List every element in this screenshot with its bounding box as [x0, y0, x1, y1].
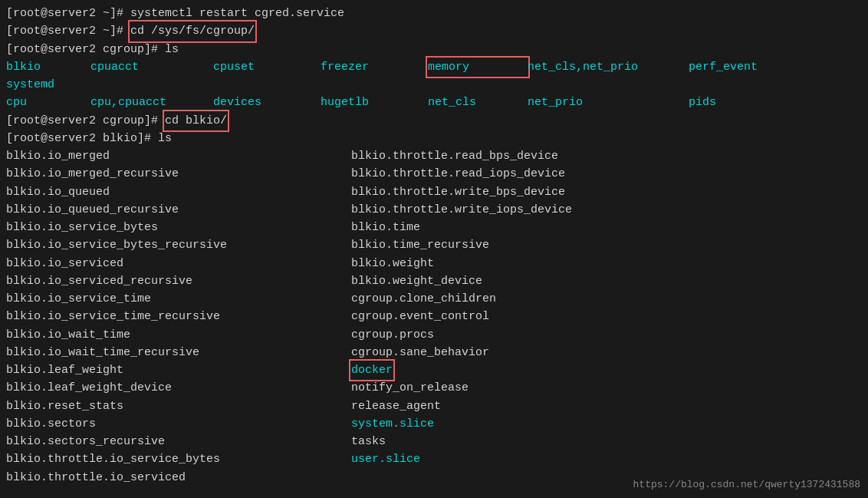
prompt-2: [root@server2 ~]# — [6, 22, 130, 40]
br-7: blkio.weight — [351, 255, 862, 272]
ls-hugetlb: hugetlb — [321, 94, 428, 111]
br-2: blkio.throttle.read_iops_device — [351, 165, 862, 183]
docker-highlighted: docker — [351, 361, 393, 379]
br-6: blkio.time_recursive — [351, 236, 862, 254]
br-18: user.slice — [351, 450, 862, 468]
bl-9: blkio.io_service_time — [6, 290, 351, 308]
br-5: blkio.time — [351, 219, 862, 236]
bl-5: blkio.io_service_bytes — [6, 219, 351, 236]
br-13: docker — [351, 361, 862, 379]
bl-1: blkio.io_merged — [6, 147, 351, 165]
br-14: notify_on_release — [351, 379, 862, 397]
user-slice: user.slice — [351, 450, 420, 468]
watermark: https://blog.csdn.net/qwerty1372431588 — [633, 479, 860, 490]
bl-4: blkio.io_queued_recursive — [6, 201, 351, 219]
br-4: blkio.throttle.write_iops_device — [351, 201, 862, 219]
ls-freezer: freezer — [321, 58, 428, 76]
ls-net-cls-prio: net_cls,net_prio — [528, 58, 689, 76]
ls-pids: pids — [689, 94, 716, 111]
ls-net-prio: net_prio — [528, 94, 689, 111]
bl-13: blkio.leaf_weight — [6, 361, 351, 379]
bl-2: blkio.io_merged_recursive — [6, 165, 351, 183]
bl-3: blkio.io_queued — [6, 183, 351, 201]
br-3: blkio.throttle.write_bps_device — [351, 183, 862, 201]
br-1: blkio.throttle.read_bps_device — [351, 147, 862, 165]
terminal-line-2: [root@server2 ~]# cd /sys/fs/cgroup/ — [6, 22, 862, 40]
cmd-3: ls — [165, 41, 179, 58]
bl-14: blkio.leaf_weight_device — [6, 379, 351, 397]
br-16: system.slice — [351, 415, 862, 433]
bl-18: blkio.throttle.io_service_bytes — [6, 450, 351, 468]
bl-8: blkio.io_serviced_recursive — [6, 272, 351, 290]
br-17: tasks — [351, 433, 862, 450]
br-11: cgroup.procs — [351, 326, 862, 344]
bl-15: blkio.reset_stats — [6, 397, 351, 415]
bl-17: blkio.sectors_recursive — [6, 433, 351, 450]
cmd-highlight-2: cd /sys/fs/cgroup/ — [130, 22, 255, 40]
ls-devices: devices — [213, 94, 321, 111]
br-15: release_agent — [351, 397, 862, 415]
ls-cpu-cpuacct: cpu,cpuacct — [90, 94, 213, 111]
prompt-3: [root@server2 cgroup]# — [6, 41, 165, 58]
bl-10: blkio.io_service_time_recursive — [6, 308, 351, 325]
bl-12: blkio.io_wait_time_recursive — [6, 344, 351, 361]
ls-cpuset: cpuset — [213, 58, 321, 76]
terminal: [root@server2 ~]# systemctl restart cgre… — [0, 0, 868, 498]
ls-cgroup-row2: cpu cpu,cpuacct devices hugetlb net_cls … — [6, 94, 862, 111]
system-slice: system.slice — [351, 415, 434, 433]
blkio-col-right: blkio.throttle.read_bps_device blkio.thr… — [351, 147, 862, 486]
blkio-ls-output: blkio.io_merged blkio.io_merged_recursiv… — [6, 147, 862, 486]
br-8: blkio.weight_device — [351, 272, 862, 290]
prompt-1: [root@server2 ~]# — [6, 5, 130, 22]
ls-perf-event: perf_event — [689, 58, 827, 76]
cmd-ls-blkio: ls — [158, 130, 172, 147]
bl-7: blkio.io_serviced — [6, 255, 351, 272]
bl-19: blkio.throttle.io_serviced — [6, 469, 351, 486]
prompt-blkio-ls: [root@server2 blkio]# — [6, 130, 158, 147]
br-9: cgroup.clone_children — [351, 290, 862, 308]
ls-cgroup-row1: blkio cpuacct cpuset freezer memory net_… — [6, 58, 862, 94]
bl-6: blkio.io_service_bytes_recursive — [6, 236, 351, 254]
bl-16: blkio.sectors — [6, 415, 351, 433]
bl-11: blkio.io_wait_time — [6, 326, 351, 344]
ls-net-cls: net_cls — [428, 94, 528, 111]
terminal-line-3: [root@server2 cgroup]# ls — [6, 41, 862, 58]
ls-blkio: blkio — [6, 58, 90, 76]
cmd-cd-blkio: cd blkio/ — [165, 112, 227, 130]
prompt-blkio: [root@server2 cgroup]# — [6, 112, 165, 130]
br-12: cgroup.sane_behavior — [351, 344, 862, 361]
terminal-line-cd-blkio: [root@server2 cgroup]# cd blkio/ — [6, 112, 862, 130]
ls-cpuacct: cpuacct — [90, 58, 213, 76]
blkio-col-left: blkio.io_merged blkio.io_merged_recursiv… — [6, 147, 351, 486]
ls-memory: memory — [428, 58, 528, 76]
ls-systemd: systemd — [6, 76, 54, 94]
br-10: cgroup.event_control — [351, 308, 862, 325]
terminal-line-1: [root@server2 ~]# systemctl restart cgre… — [6, 5, 862, 22]
ls-cpu: cpu — [6, 94, 90, 111]
terminal-line-ls-blkio: [root@server2 blkio]# ls — [6, 130, 862, 147]
cmd-1: systemctl restart cgred.service — [130, 5, 344, 22]
